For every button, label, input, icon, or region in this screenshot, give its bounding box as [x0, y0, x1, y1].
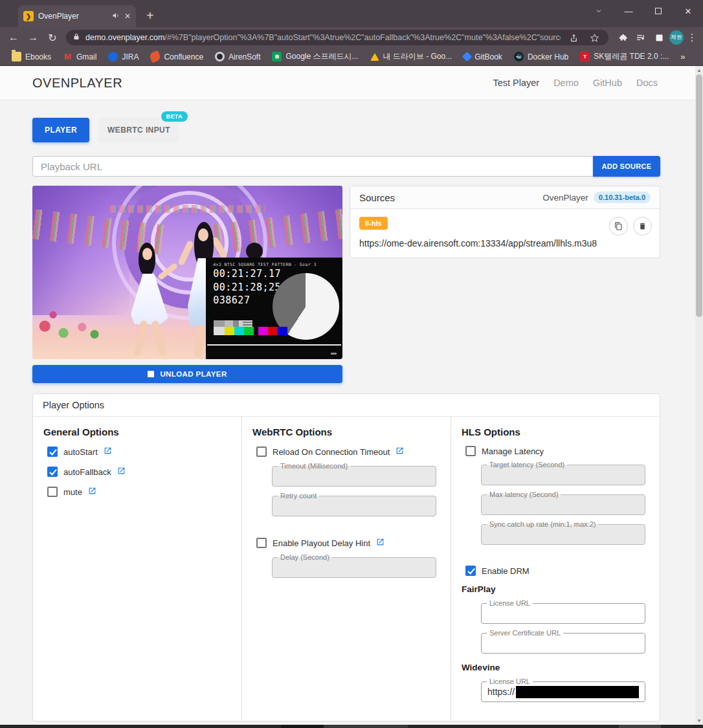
bookmark-gitbook[interactable]: GitBook: [458, 50, 508, 63]
brand-logo[interactable]: OVENPLAYER: [32, 76, 122, 91]
nav-test-player[interactable]: Test Player: [493, 78, 539, 88]
external-link-icon[interactable]: [376, 537, 385, 549]
checkbox-row-autostart[interactable]: autoStart: [47, 446, 231, 458]
folder-icon: [12, 52, 21, 61]
playlist-extension-icon[interactable]: [633, 30, 649, 45]
url-text: demo.ovenplayer.com/#%7B"playerOption"%3…: [85, 33, 561, 42]
playback-url-input[interactable]: [32, 156, 593, 177]
source-url: https://ome-dev.airensoft.com:13334/app/…: [359, 238, 651, 248]
source-input-row: ADD SOURCE: [32, 156, 660, 177]
delay-field[interactable]: Delay (Second): [272, 557, 436, 578]
bookmark-google-drive[interactable]: 내 드라이브 - Goo...: [365, 49, 458, 64]
minimize-button[interactable]: —: [614, 0, 643, 22]
timeout-field[interactable]: Timeout (Millisecond): [272, 466, 436, 487]
reload-button[interactable]: ↻: [44, 29, 61, 46]
lock-icon[interactable]: [73, 32, 80, 43]
checkbox-row-reload-timeout[interactable]: Reload On Connection Timeout: [256, 446, 440, 458]
delete-source-button[interactable]: [633, 217, 652, 236]
bookmark-docker-hub[interactable]: 🐳Docker Hub: [509, 50, 574, 63]
other-bookmarks[interactable]: Other bookmarks: [701, 50, 703, 63]
checkbox-row-playout-delay[interactable]: Enable Playout Delay Hint: [256, 537, 440, 549]
widevine-license-url-field[interactable]: License URL https://: [481, 681, 645, 702]
nav-github[interactable]: GitHub: [593, 78, 622, 88]
tab-player[interactable]: PLAYER: [32, 118, 89, 142]
beta-badge: BETA: [161, 111, 188, 122]
tab-close-icon[interactable]: ✕: [124, 12, 131, 21]
bookmark-star-icon[interactable]: [586, 30, 602, 45]
engine-name: OvenPlayer: [542, 193, 588, 203]
external-link-icon[interactable]: [396, 446, 404, 458]
checkbox-row-autofallback[interactable]: autoFallback: [47, 466, 231, 478]
bookmark-confluence[interactable]: Confluence: [145, 50, 208, 63]
video-player[interactable]: 4x3 NTSC SQUARE TEST PATTERN - Gear 3 00…: [32, 186, 342, 359]
browser-tab[interactable]: ❯ OvenPlayer ✕: [18, 5, 136, 27]
retry-count-field[interactable]: Retry count: [272, 496, 436, 516]
maximize-button[interactable]: [643, 0, 673, 22]
window-close-button[interactable]: ✕: [673, 0, 703, 22]
external-link-icon[interactable]: [104, 446, 112, 458]
github-icon: [215, 52, 225, 61]
window-controls: — ✕: [584, 0, 703, 22]
protocol-badge: ll-hls: [359, 217, 388, 230]
webrtc-options-title: WebRTC Options: [252, 426, 440, 437]
max-latency-field[interactable]: Max latency (Second): [481, 494, 645, 515]
autostart-checkbox[interactable]: [47, 447, 58, 457]
browser-menu-icon[interactable]: ⋮: [686, 32, 698, 43]
address-bar[interactable]: demo.ovenplayer.com/#%7B"playerOption"%3…: [66, 30, 608, 45]
page-scrollbar[interactable]: ▲ ▼: [695, 66, 703, 725]
dancer-figure: [122, 243, 180, 356]
site-header: OVENPLAYER Test Player Demo GitHub Docs: [0, 66, 703, 100]
fairplay-license-url-field[interactable]: License URL: [481, 603, 645, 624]
bookmark-gmail[interactable]: MGmail: [58, 50, 102, 63]
main-content: PLAYER WEBRTC INPUT BETA ADD SOURCE: [32, 118, 660, 725]
sidebar-extension-icon[interactable]: [651, 30, 667, 45]
nav-demo[interactable]: Demo: [553, 78, 579, 88]
bookmark-google-sheets[interactable]: ⊞Google 스프레드시...: [267, 49, 363, 64]
scrollbar-thumb[interactable]: [696, 74, 702, 317]
back-button[interactable]: ←: [5, 29, 22, 46]
tab-webrtc-input[interactable]: WEBRTC INPUT BETA: [98, 118, 179, 142]
fairplay-cert-url-field[interactable]: Server Certificate URL: [481, 633, 645, 654]
manage-latency-checkbox[interactable]: [465, 446, 476, 456]
version-badge: 0.10.31-beta.0: [594, 192, 651, 203]
webrtc-options-column: WebRTC Options Reload On Connection Time…: [241, 417, 451, 721]
checkbox-row-enable-drm[interactable]: Enable DRM: [465, 566, 649, 576]
mute-checkbox[interactable]: [47, 487, 58, 497]
external-link-icon[interactable]: [117, 466, 126, 478]
scroll-down-icon[interactable]: ▼: [695, 716, 703, 725]
sync-catchup-field[interactable]: Sync catch up rate (min:1, max:2): [481, 524, 645, 545]
forward-button[interactable]: →: [25, 29, 41, 46]
bookmark-skt[interactable]: TSK텔레콤 TDE 2.0 :...: [575, 49, 674, 64]
tab-audio-icon[interactable]: [112, 10, 120, 22]
checkbox-row-manage-latency[interactable]: Manage Latency: [465, 446, 649, 456]
new-tab-button[interactable]: +: [146, 8, 154, 23]
profile-avatar[interactable]: 제헌: [669, 30, 684, 45]
player-options-panel: Player Options General Options autoStart…: [32, 393, 660, 722]
bookmark-ebooks[interactable]: Ebooks: [6, 50, 56, 63]
docker-icon: 🐳: [514, 52, 524, 61]
enable-drm-checkbox[interactable]: [465, 566, 476, 576]
bookmark-jira[interactable]: JIRA: [103, 50, 144, 63]
tab-search-icon[interactable]: [584, 0, 614, 22]
bookmarks-overflow-button[interactable]: »: [675, 52, 690, 61]
add-source-button[interactable]: ADD SOURCE: [593, 156, 660, 177]
browser-toolbar: ← → ↻ demo.ovenplayer.com/#%7B"playerOpt…: [0, 27, 703, 48]
widevine-heading: Widevine: [462, 663, 649, 672]
share-icon[interactable]: [566, 30, 581, 45]
general-options-column: General Options autoStart autoFallback m…: [33, 417, 241, 721]
autofallback-checkbox[interactable]: [47, 467, 58, 477]
bookmark-airensoft[interactable]: AirenSoft: [210, 50, 265, 63]
unload-player-button[interactable]: UNLOAD PLAYER: [32, 365, 342, 383]
reload-timeout-checkbox[interactable]: [256, 447, 267, 457]
taskbar-edge: [0, 725, 703, 728]
copy-source-button[interactable]: [609, 217, 628, 236]
checkbox-row-mute[interactable]: mute: [47, 486, 231, 498]
nav-docs[interactable]: Docs: [636, 78, 658, 88]
playout-delay-checkbox[interactable]: [256, 538, 267, 548]
extensions-puzzle-icon[interactable]: [615, 30, 630, 45]
hls-options-column: HLS Options Manage Latency Target latenc…: [451, 417, 660, 721]
external-link-icon[interactable]: [88, 486, 96, 498]
scroll-up-icon[interactable]: ▲: [695, 66, 703, 74]
target-latency-field[interactable]: Target latency (Second): [481, 465, 645, 485]
tab-title: OvenPlayer: [38, 12, 107, 21]
